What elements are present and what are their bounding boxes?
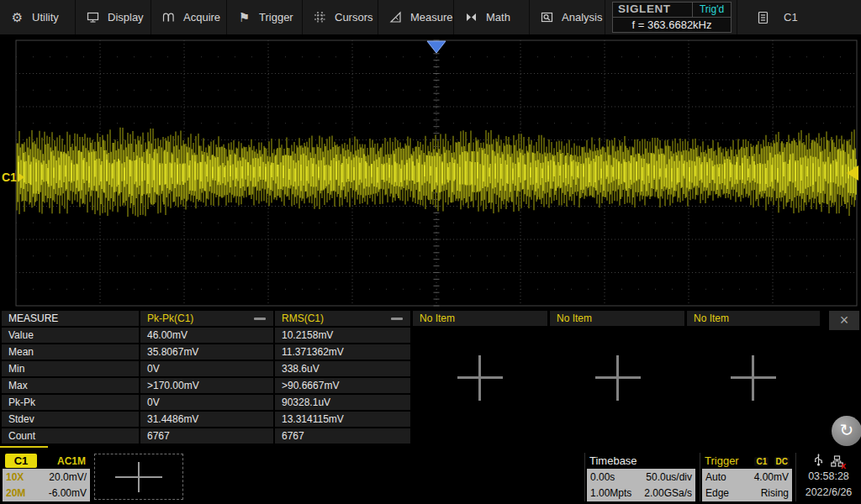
menu-item-label: Analysis bbox=[562, 11, 602, 24]
measure-column-header-empty[interactable]: No Item bbox=[413, 311, 547, 326]
measure-value-cell: 10.2158mV bbox=[275, 328, 410, 343]
measure-value-cell: 0V bbox=[140, 361, 273, 376]
measure-panel: MEASURE Pk-Pk(C1) RMS(C1) No Item No Ite… bbox=[0, 308, 861, 451]
menu-item-measure[interactable]: Measure bbox=[378, 0, 454, 34]
timebase-title: Timebase bbox=[589, 454, 637, 467]
add-channel-button[interactable] bbox=[94, 454, 183, 500]
timebase-delay: 0.00s bbox=[590, 470, 615, 484]
measure-value-cell: >170.00mV bbox=[140, 378, 273, 393]
timebase-descriptor-box[interactable]: Timebase 0.00s 50.0us/div 1.00Mpts 2.00G… bbox=[584, 453, 695, 501]
trigger-type: Edge bbox=[705, 486, 729, 500]
measure-row-label: Mean bbox=[2, 344, 139, 360]
network-icon: x bbox=[831, 455, 843, 467]
scope-display[interactable]: C1 bbox=[0, 36, 861, 308]
menubar: ⚙ Utility Display Acquire ⚑ Trigger Curs… bbox=[0, 0, 861, 36]
flag-icon: ⚑ bbox=[237, 10, 251, 25]
channel-coupling: AC1M bbox=[57, 455, 87, 467]
waveform-canvas[interactable]: C1 bbox=[0, 36, 861, 308]
measure-row-label: Pk-Pk bbox=[2, 395, 139, 410]
measure-value-cell: 31.4486mV bbox=[140, 412, 273, 427]
measure-value-cell: 13.314115mV bbox=[275, 412, 410, 427]
channel1-descriptor-box[interactable]: C1 AC1M 10X 20.0mV/ 20M -6.00mV bbox=[3, 453, 90, 501]
trigger-status-badge: Trig'd bbox=[693, 3, 731, 17]
timebase-scale: 50.0us/div bbox=[646, 470, 692, 484]
menu-item-label: Utility bbox=[32, 11, 59, 24]
cursors-icon bbox=[313, 11, 327, 24]
measure-column-header-empty[interactable]: No Item bbox=[550, 311, 684, 326]
trigger-position-marker[interactable] bbox=[427, 41, 446, 53]
measure-value-cell: 35.8067mV bbox=[140, 344, 273, 360]
sample-rate: 2.00GSa/s bbox=[644, 486, 692, 500]
trigger-title: Trigger bbox=[705, 454, 739, 467]
remove-measurement-button[interactable] bbox=[391, 318, 403, 320]
usb-icon bbox=[814, 454, 823, 469]
close-icon[interactable]: × bbox=[829, 311, 859, 330]
menu-item-label: Acquire bbox=[183, 11, 220, 24]
measure-value-cell: 338.6uV bbox=[275, 361, 410, 376]
vertical-scale: 20.0mV/ bbox=[49, 470, 87, 484]
menu-item-label: Trigger bbox=[259, 11, 293, 24]
menu-item-analysis[interactable]: Analysis bbox=[530, 0, 605, 34]
remove-measurement-button[interactable] bbox=[254, 318, 266, 320]
menu-item-trigger[interactable]: ⚑ Trigger bbox=[227, 0, 303, 34]
bottombar: C1 AC1M 10X 20.0mV/ 20M -6.00mV Timebase… bbox=[0, 451, 861, 504]
selected-channel-accent bbox=[0, 446, 48, 448]
channel1-badge[interactable]: C1 bbox=[5, 454, 37, 468]
probe-attenuation: 10X bbox=[6, 470, 24, 484]
trigger-slope: Rising bbox=[761, 486, 789, 500]
measure-value-cell: >90.6667mV bbox=[275, 378, 410, 393]
network-disconnected-x: x bbox=[841, 461, 846, 470]
measure-value-cell: 90328.1uV bbox=[275, 395, 410, 410]
measure-value-cell: 0V bbox=[140, 395, 273, 410]
measure-row-label: Min bbox=[2, 361, 139, 376]
menu-item-math[interactable]: Math bbox=[454, 0, 530, 34]
oscilloscope-screen: { "menu": { "items": [ {"label": "Utilit… bbox=[0, 0, 861, 504]
trigger-frequency-readout: f = 363.6682kHz bbox=[613, 18, 731, 32]
menu-item-acquire[interactable]: Acquire bbox=[151, 0, 227, 34]
measure-row-label: Max bbox=[2, 378, 139, 393]
add-measurement-button[interactable] bbox=[595, 355, 641, 401]
trigger-descriptor-box[interactable]: Trigger C1 DC Auto 4.00mV Edge Rising bbox=[700, 453, 792, 501]
acquire-icon bbox=[161, 11, 176, 24]
trigger-coupling-chip: DC bbox=[774, 457, 790, 466]
channel1-waveform bbox=[17, 128, 856, 217]
measure-column-header-empty[interactable]: No Item bbox=[687, 311, 820, 326]
menu-item-label: Display bbox=[108, 11, 144, 24]
menu-item-label: Measure bbox=[410, 11, 453, 24]
measure-table-title: MEASURE bbox=[2, 311, 139, 326]
trigger-mode: Auto bbox=[705, 470, 726, 484]
list-icon bbox=[756, 11, 770, 24]
gear-icon: ⚙ bbox=[10, 10, 24, 25]
trigger-source-chip: C1 bbox=[754, 457, 769, 466]
menu-item-cursors[interactable]: Cursors bbox=[303, 0, 378, 34]
measure-column-header[interactable]: Pk-Pk(C1) bbox=[140, 311, 273, 326]
channel-indicator-label: C1 bbox=[784, 11, 798, 24]
menu-item-display[interactable]: Display bbox=[76, 0, 151, 34]
trigger-level: 4.00mV bbox=[754, 470, 789, 484]
menu-item-label: Cursors bbox=[335, 11, 373, 24]
analysis-icon bbox=[540, 11, 554, 24]
memory-depth: 1.00Mpts bbox=[590, 486, 631, 500]
add-measurement-button[interactable] bbox=[457, 355, 503, 401]
clock-time: 03:58:28 bbox=[796, 469, 861, 485]
measure-icon bbox=[388, 11, 403, 24]
menu-item-label: Math bbox=[486, 11, 510, 24]
channel-indicator[interactable]: C1 bbox=[737, 0, 861, 34]
status-box[interactable]: x 03:58:28 2022/6/26 bbox=[795, 453, 861, 501]
measure-row-label: Stdev bbox=[2, 412, 139, 427]
measure-value-cell: 6767 bbox=[275, 428, 410, 444]
add-measurement-button[interactable] bbox=[731, 355, 776, 401]
brand-logo: SIGLENT bbox=[613, 3, 693, 17]
measure-row-label: Count bbox=[2, 428, 139, 444]
measure-column-header[interactable]: RMS(C1) bbox=[275, 311, 410, 326]
menu-item-utility[interactable]: ⚙ Utility bbox=[0, 0, 76, 34]
measure-value-cell: 46.00mV bbox=[140, 328, 273, 343]
channel-offset-marker[interactable]: C1 bbox=[2, 171, 17, 184]
measure-value-cell: 11.371362mV bbox=[275, 344, 410, 360]
clock-date: 2022/6/26 bbox=[796, 485, 861, 501]
measure-value-cell: 6767 bbox=[140, 428, 273, 444]
measure-column-label: RMS(C1) bbox=[282, 312, 324, 324]
bandwidth-limit: 20M bbox=[6, 486, 25, 500]
reset-statistics-icon[interactable]: ↻ bbox=[832, 416, 861, 446]
measure-row-label: Value bbox=[2, 328, 139, 343]
